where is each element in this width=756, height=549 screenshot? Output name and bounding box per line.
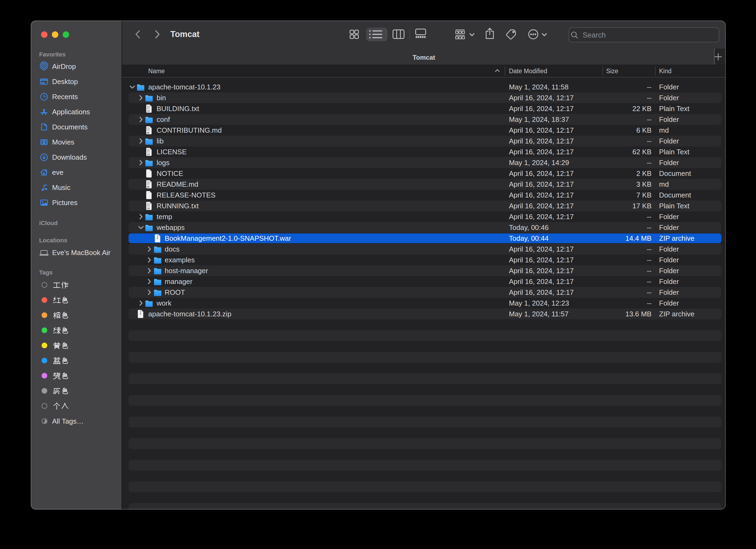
svg-text:TXT: TXT bbox=[147, 207, 150, 209]
svg-text:MD: MD bbox=[147, 186, 150, 188]
svg-text:TXT: TXT bbox=[147, 110, 150, 112]
svg-text:MD: MD bbox=[147, 132, 150, 134]
svg-text:TXT: TXT bbox=[147, 153, 150, 155]
